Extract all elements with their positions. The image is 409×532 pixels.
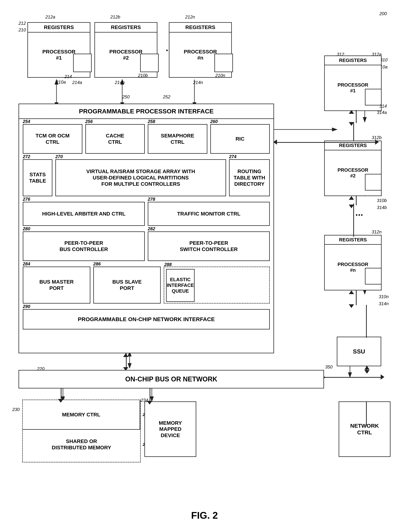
ric-block: RIC (210, 124, 270, 154)
proc1-registers: REGISTERS (28, 23, 90, 33)
arrow-down-rprocn (349, 304, 354, 308)
ref-284: 284 (23, 261, 30, 267)
arrow-down-mapped (147, 401, 152, 405)
ref-214a: 214a (72, 80, 82, 85)
ref-282: 282 (148, 226, 155, 232)
arrow-down-rproc2 (349, 205, 354, 208)
elastic-queue-2: ELASTICINTERFACEQUEUE (166, 269, 195, 302)
peer-switch-block: PEER-TO-PEERSWITCH CONTROLLER (148, 231, 270, 261)
memory-ctrl-label: MEMORY CTRL (23, 400, 140, 429)
ref-258: 258 (148, 119, 155, 124)
ref-254: 254 (23, 119, 30, 124)
arrow-up-main (123, 353, 128, 357)
peer-bus-block: PEER-TO-PEERBUS CONTROLLER (23, 231, 145, 261)
ref-212: 212 (19, 21, 26, 26)
ref-212b: 212b (110, 14, 120, 20)
rprocn-registers: REGISTERS (325, 235, 381, 245)
ref-210a: 210a (56, 80, 66, 85)
ref-314b: 314b (377, 205, 387, 210)
routing-block: ROUTINGTABLE WITHDIRECTORY (229, 159, 270, 196)
arrow-up-rproc2 (349, 196, 354, 200)
rproc1-small-box (365, 89, 381, 105)
ref-212a: 212a (45, 14, 55, 20)
vert-net-ssu (366, 401, 367, 425)
arrow-right-rproc (375, 139, 379, 145)
ssu-block: SSU (337, 337, 381, 366)
arrow-rprocn-down (356, 290, 357, 305)
rproc1-registers: REGISTERS (325, 56, 381, 65)
ref-210n: 210n (215, 73, 225, 78)
arrow-down-rproc1 (349, 122, 354, 126)
procn-registers: REGISTERS (169, 23, 231, 33)
arbiter-block: HIGH-LEVEL ARBITER AND CTRL (23, 202, 145, 226)
figure-label: FIG. 2 (191, 510, 218, 521)
arrow-down-mem (58, 399, 63, 403)
bus-slave-block: BUS SLAVEPORT (93, 267, 161, 304)
network-interface-block: PROGRAMMABLE ON-CHIP NETWORK INTERFACE (23, 309, 270, 329)
rprocn-small-box (365, 268, 381, 285)
arrow-rproc2-down (356, 196, 357, 205)
ref-210b: 210b (138, 73, 148, 78)
ref-256: 256 (85, 119, 93, 124)
proc2-small-box (140, 54, 159, 72)
ref-276: 276 (23, 197, 30, 202)
rproc1-processor: PROCESSOR#1 (337, 65, 368, 110)
stats-block: STATSTABLE (23, 159, 52, 196)
ref-280: 280 (23, 226, 30, 232)
arrow-down-ssu (364, 370, 370, 374)
ref-200: 200 (379, 11, 387, 16)
ref-252: 252 (163, 94, 170, 99)
ref-310b: 310b (377, 198, 387, 203)
arrow-bus-net (324, 377, 381, 378)
procn-small-box (214, 54, 233, 72)
ref-214b: 214b (115, 80, 125, 85)
ref-310n: 310n (379, 294, 389, 299)
arrow-bus-mem (61, 388, 61, 400)
ref-286: 286 (93, 261, 101, 267)
ref-312n: 312n (372, 229, 381, 234)
bus-master-block: BUS MASTERPORT (23, 267, 90, 304)
ref-274: 274 (229, 154, 236, 159)
ref-260: 260 (210, 119, 218, 124)
proc2-processor: PROCESSOR#2 (109, 33, 143, 77)
ref-350: 350 (325, 364, 333, 370)
arrow-rproc1-down (356, 110, 357, 123)
ref-314a: 314a (377, 110, 387, 115)
bus-block: ON-CHIP BUS OR NETWORK (19, 370, 324, 388)
vline-rproc2-n (353, 203, 354, 237)
semaphore-block: SEMAPHORECTRL (148, 124, 207, 154)
ref-314: 314 (379, 104, 387, 109)
main-interface-block: PROGRAMMABLE PROCESSOR INTERFACE 254 TCM… (19, 104, 274, 353)
arrow-up-ssu (364, 366, 370, 370)
ref-270: 270 (55, 154, 63, 159)
traffic-block: TRAFFIC MONITOR CTRL (148, 202, 270, 226)
ref-278: 278 (148, 197, 155, 202)
rproc2-processor: PROCESSOR#2 (337, 150, 368, 196)
cache-block: CACHECTRL (85, 124, 145, 154)
memory-outer: MEMORY CTRL 232 SHARED ORDISTRIBUTED MEM… (22, 400, 141, 462)
ref-214: 214 (65, 74, 72, 79)
main-interface-title: PROGRAMMABLE PROCESSOR INTERFACE (19, 104, 273, 119)
arrow-up-rproc1 (349, 110, 354, 114)
arrow-up-rprocn (349, 290, 354, 294)
rproc2-small-box (365, 174, 381, 190)
arrow-main-rproc (274, 142, 376, 143)
ref-250: 250 (122, 94, 130, 99)
network-ctrl-block: NETWORKCTRL (339, 401, 390, 457)
ref-214n: 214n (193, 80, 203, 85)
ref-314n: 314n (379, 301, 389, 306)
proc2-registers: REGISTERS (95, 23, 157, 33)
virtual-block: VIRTUAL RA/SRAM STORAGE ARRAY WITHUSER-D… (55, 159, 226, 196)
ellipsis-rprocessors: ... (355, 207, 363, 218)
shared-memory-label: SHARED ORDISTRIBUTED MEMORY 236 (23, 430, 140, 459)
ref-210: 210 (19, 27, 26, 33)
rprocn-processor: PROCESSOR#n (337, 245, 368, 290)
arrow-right-net (381, 374, 384, 379)
arrow-left-rproc (273, 139, 277, 145)
ref-290: 290 (23, 304, 30, 309)
procn-processor: PROCESSOR#n (184, 33, 217, 77)
proc1-processor: PROCESSOR#1 (42, 33, 75, 77)
proc1-small-box (73, 54, 92, 72)
memory-mapped-block: MEMORYMAPPEDDEVICE (144, 401, 196, 457)
ref-272: 272 (23, 154, 30, 159)
